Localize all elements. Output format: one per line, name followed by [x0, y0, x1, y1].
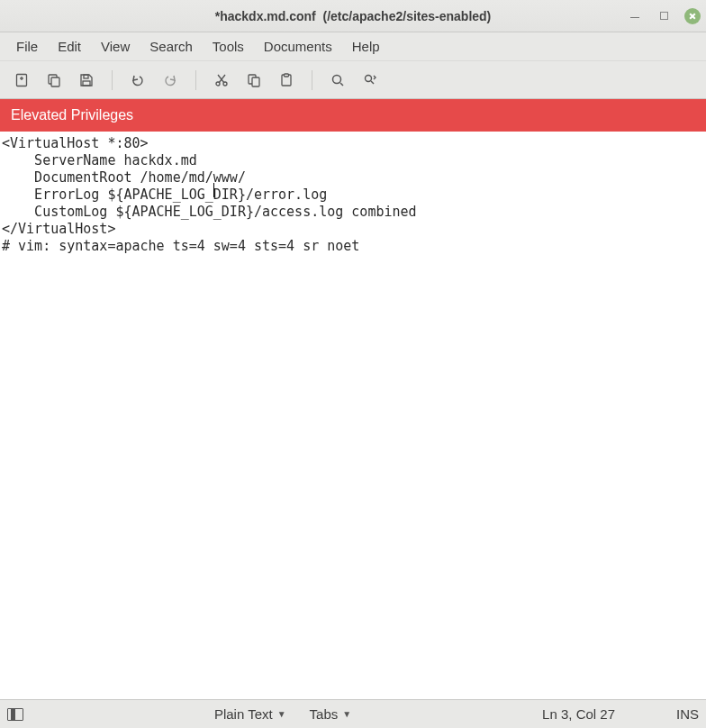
search-icon[interactable] [325, 68, 350, 93]
syntax-label: Plain Text [214, 706, 273, 722]
banner-text: Elevated Privileges [11, 107, 133, 123]
close-button[interactable] [684, 8, 701, 24]
new-file-icon[interactable] [9, 68, 34, 93]
editor-line[interactable]: </VirtualHost> [2, 221, 704, 238]
title-secondary: (/etc/apache2/sites-enabled) [320, 9, 492, 23]
svg-rect-12 [252, 77, 259, 86]
menu-tools[interactable]: Tools [204, 35, 253, 58]
menubar: File Edit View Search Tools Documents He… [0, 32, 706, 61]
cursor-position: Ln 3, Col 27 [542, 706, 615, 722]
syntax-selector[interactable]: Plain Text ▼ [209, 704, 292, 724]
editor-line[interactable]: # vim: syntax=apache ts=4 sw=4 sts=4 sr … [2, 238, 704, 255]
indent-selector[interactable]: Tabs ▼ [304, 704, 358, 724]
menu-edit[interactable]: Edit [49, 35, 90, 58]
menu-documents[interactable]: Documents [255, 35, 341, 58]
svg-point-17 [366, 75, 372, 81]
minimize-button[interactable] [627, 8, 643, 24]
cut-icon[interactable] [209, 68, 234, 93]
window-title: *hackdx.md.conf (/etc/apache2/sites-enab… [0, 9, 706, 23]
svg-rect-14 [285, 74, 289, 77]
chevron-down-icon: ▼ [277, 710, 286, 719]
menu-view[interactable]: View [92, 35, 139, 58]
svg-line-16 [340, 83, 343, 86]
find-replace-icon[interactable] [358, 68, 383, 93]
redo-icon[interactable] [158, 68, 183, 93]
statusbar: Plain Text ▼ Tabs ▼ Ln 3, Col 27 INS [0, 699, 706, 728]
save-icon[interactable] [74, 68, 99, 93]
indent-label: Tabs [310, 706, 339, 722]
text-editor[interactable]: <VirtualHost *:80> ServerName hackdx.md … [0, 132, 706, 699]
svg-point-15 [333, 75, 341, 83]
copy-icon[interactable] [241, 68, 267, 93]
svg-rect-5 [84, 75, 88, 78]
editor-line[interactable]: DocumentRoot /home/md/www/ [2, 169, 704, 187]
svg-rect-6 [83, 81, 90, 86]
editor-line[interactable]: ServerName hackdx.md [2, 152, 704, 169]
toolbar [0, 61, 706, 99]
toolbar-separator [195, 70, 196, 90]
chevron-down-icon: ▼ [342, 710, 351, 719]
menu-file[interactable]: File [7, 35, 47, 58]
undo-icon[interactable] [125, 68, 150, 93]
open-file-icon[interactable] [41, 68, 67, 93]
maximize-button[interactable] [656, 8, 672, 24]
svg-line-18 [371, 81, 374, 84]
editor-line[interactable]: <VirtualHost *:80> [2, 135, 704, 152]
window-controls [627, 0, 701, 32]
editor-line[interactable]: ErrorLog ${APACHE_LOG_DIR}/error.log [2, 187, 704, 204]
editor-line[interactable]: CustomLog ${APACHE_LOG_DIR}/access.log c… [2, 204, 704, 221]
svg-rect-4 [51, 77, 59, 86]
titlebar: *hackdx.md.conf (/etc/apache2/sites-enab… [0, 0, 706, 32]
menu-help[interactable]: Help [343, 35, 389, 58]
side-panel-toggle[interactable] [7, 708, 23, 721]
insert-mode[interactable]: INS [676, 706, 699, 722]
menu-search[interactable]: Search [140, 35, 202, 58]
paste-icon[interactable] [274, 68, 299, 93]
privilege-banner: Elevated Privileges [0, 99, 706, 132]
toolbar-separator [112, 70, 113, 90]
toolbar-separator [312, 70, 312, 90]
title-primary: *hackdx.md.conf [215, 9, 316, 23]
